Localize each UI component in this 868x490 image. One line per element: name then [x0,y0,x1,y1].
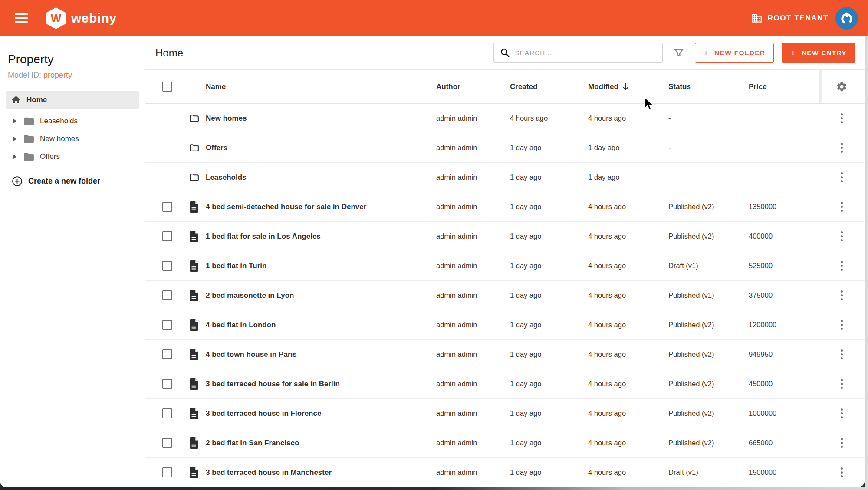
table-row[interactable]: Leaseholds admin admin 1 day ago 1 day a… [145,163,865,192]
row-author: admin admin [436,114,510,122]
gravatar-icon [839,11,854,26]
search-input[interactable] [515,49,656,56]
building-icon [751,13,763,24]
row-name[interactable]: 4 bed town house in Paris [206,350,436,359]
row-name[interactable]: 2 bed flat in San Francisco [206,439,436,447]
column-header-created[interactable]: Created [510,82,588,91]
document-icon [189,467,199,478]
row-menu-button[interactable] [838,376,845,391]
row-menu-button[interactable] [838,347,845,362]
create-folder-button[interactable]: Create a new folder [12,176,145,187]
table-row[interactable]: 3 bed terraced house for sale in Berlin … [145,369,865,399]
row-name[interactable]: 4 bed semi-detached house for sale in De… [206,203,436,211]
row-menu-button[interactable] [838,288,845,303]
table-row[interactable]: 1 bed flat for sale in Los Angeles admin… [145,222,865,251]
row-checkbox[interactable] [162,408,172,418]
row-name[interactable]: 1 bed flat in Turin [206,262,436,270]
sidebar-folder-item[interactable]: New homes [0,130,145,148]
row-created: 1 day ago [510,232,588,240]
row-name[interactable]: 3 bed terraced house in Manchester [206,468,436,477]
caret-right-icon[interactable] [13,118,16,124]
row-author: admin admin [436,144,510,152]
sidebar-folder-item[interactable]: Leaseholds [0,112,145,130]
row-author: admin admin [436,409,510,418]
row-status: - [668,144,749,152]
row-author: admin admin [436,380,510,388]
row-author: admin admin [436,321,510,329]
sidebar-folder-item[interactable]: Offers [0,148,145,165]
row-menu-button[interactable] [838,435,845,451]
row-menu-button[interactable] [838,406,845,421]
column-header-price[interactable]: Price [749,82,819,91]
user-avatar[interactable] [835,7,858,30]
row-price: 665000 [749,439,819,447]
document-icon [189,231,199,242]
row-menu-button[interactable] [838,258,845,273]
menu-icon[interactable] [15,13,28,23]
document-icon [189,349,199,360]
caret-right-icon[interactable] [13,154,16,159]
tenant-label: ROOT TENANT [768,14,829,23]
filter-button[interactable] [673,47,684,59]
row-created: 1 day ago [510,203,588,211]
row-checkbox[interactable] [162,467,172,477]
row-menu-button[interactable] [838,170,845,185]
tenant-selector[interactable]: ROOT TENANT [751,13,829,24]
app-window: W webiny ROOT TENANT Property [0,0,868,490]
row-name[interactable]: 3 bed terraced house for sale in Berlin [206,380,436,388]
table-row[interactable]: 4 bed flat in London admin admin 1 day a… [145,310,865,340]
table-row[interactable]: 1 bed flat in Turin admin admin 1 day ag… [145,251,865,281]
row-created: 1 day ago [510,321,588,329]
row-name[interactable]: 3 bed terraced house in Florence [206,409,436,418]
row-checkbox[interactable] [162,202,172,212]
column-header-status[interactable]: Status [668,82,749,91]
caret-right-icon[interactable] [13,136,16,141]
row-menu-button[interactable] [838,199,845,214]
row-checkbox[interactable] [162,438,172,448]
table-settings-button[interactable] [836,81,848,92]
row-menu-button[interactable] [838,465,845,480]
row-checkbox[interactable] [162,290,172,300]
row-name[interactable]: Offers [206,144,436,152]
table-row[interactable]: New homes admin admin 4 hours ago 4 hour… [145,104,865,133]
row-name[interactable]: 1 bed flat for sale in Los Angeles [206,232,436,241]
table-row[interactable]: 3 bed terraced house in Florence admin a… [145,399,865,428]
brand-name: webiny [71,11,117,26]
document-icon [189,260,199,272]
row-status: Published (v2) [668,409,749,418]
table-row[interactable]: 4 bed town house in Paris admin admin 1 … [145,340,865,369]
brand: W webiny [46,7,117,30]
select-all-checkbox[interactable] [162,82,172,92]
row-name[interactable]: New homes [206,114,436,123]
row-author: admin admin [436,468,510,477]
row-name[interactable]: Leaseholds [206,173,436,182]
row-menu-button[interactable] [838,317,845,332]
row-menu-button[interactable] [838,111,845,126]
row-name[interactable]: 2 bed maisonette in Lyon [206,291,436,300]
table-row[interactable]: 2 bed maisonette in Lyon admin admin 1 d… [145,281,865,310]
row-name[interactable]: 4 bed flat in London [206,321,436,329]
table-row[interactable]: Offers admin admin 1 day ago 1 day ago - [145,133,865,163]
scrollbar-track[interactable] [865,36,868,490]
row-status: Published (v2) [668,232,749,240]
row-checkbox[interactable] [162,379,172,389]
row-checkbox[interactable] [162,320,172,330]
plus-circle-icon [12,176,23,187]
column-header-modified[interactable]: Modified [588,82,668,91]
row-menu-button[interactable] [838,140,845,155]
row-checkbox[interactable] [162,231,172,241]
row-menu-button[interactable] [838,229,845,244]
table-row[interactable]: 4 bed semi-detached house for sale in De… [145,192,865,222]
new-folder-button[interactable]: + NEW FOLDER [695,43,774,63]
column-header-author[interactable]: Author [436,82,510,91]
folder-tree: Leaseholds New homes Offers [0,112,145,165]
folder-icon [189,113,200,124]
sidebar-item-home[interactable]: Home [6,91,139,109]
new-entry-button[interactable]: + NEW ENTRY [782,43,855,63]
row-checkbox[interactable] [162,349,172,359]
row-checkbox[interactable] [162,261,172,271]
svg-text:W: W [51,12,62,25]
table-row[interactable]: 2 bed flat in San Francisco admin admin … [145,428,865,458]
table-row[interactable]: 3 bed terraced house in Manchester admin… [145,458,865,487]
column-header-name[interactable]: Name [206,82,436,91]
